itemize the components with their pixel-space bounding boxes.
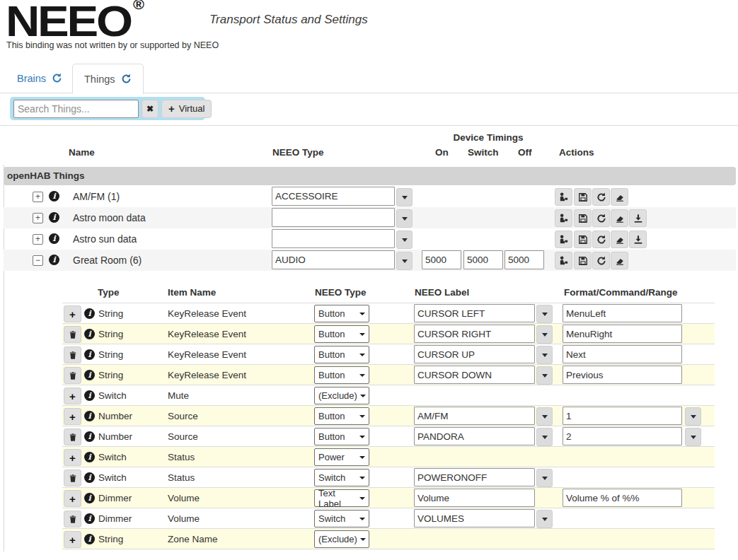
neeo-type-select[interactable]: Button: [314, 325, 369, 343]
clear-search-button[interactable]: ✖: [142, 100, 158, 118]
neeo-label-input[interactable]: [414, 366, 535, 384]
info-icon[interactable]: i: [84, 349, 95, 360]
label-dropdown-button[interactable]: [536, 510, 553, 528]
neeo-type-select[interactable]: Button: [314, 407, 369, 425]
save-icon[interactable]: [574, 209, 592, 227]
label-dropdown-button[interactable]: [536, 325, 553, 344]
delete-channel-button[interactable]: [64, 326, 81, 343]
type-dropdown-button[interactable]: [396, 209, 413, 228]
add-virtual-button[interactable]: + Virtual: [161, 100, 212, 118]
format-input[interactable]: [563, 345, 682, 363]
label-dropdown-button[interactable]: [536, 407, 553, 426]
add-channel-button[interactable]: +: [64, 387, 81, 404]
info-icon[interactable]: i: [84, 493, 95, 503]
refresh-icon[interactable]: [121, 74, 132, 84]
label-dropdown-button[interactable]: [536, 428, 553, 446]
neeo-type-select[interactable]: Switch: [314, 469, 369, 486]
type-dropdown-button[interactable]: [396, 188, 413, 206]
neeo-type-select[interactable]: Switch: [314, 510, 369, 527]
neeo-label-input[interactable]: [414, 509, 535, 527]
info-icon[interactable]: i: [84, 308, 95, 319]
add-channel-button[interactable]: +: [64, 305, 81, 322]
tab-things[interactable]: Things: [72, 64, 144, 94]
format-input[interactable]: [563, 489, 682, 507]
delete-channel-button[interactable]: [64, 346, 81, 363]
info-icon[interactable]: i: [49, 191, 59, 202]
info-icon[interactable]: i: [84, 370, 95, 380]
refresh-icon[interactable]: [592, 231, 610, 248]
info-icon[interactable]: i: [84, 329, 95, 339]
format-input[interactable]: [563, 304, 682, 322]
format-input[interactable]: [563, 407, 682, 425]
save-icon[interactable]: [574, 231, 592, 248]
info-icon[interactable]: i: [84, 431, 95, 442]
pair-device-button[interactable]: [555, 252, 572, 269]
refresh-icon[interactable]: [592, 252, 610, 269]
info-icon[interactable]: i: [49, 233, 59, 244]
neeo-type-select[interactable]: Button: [314, 428, 369, 445]
neeo-type-input[interactable]: [272, 229, 395, 248]
add-channel-button[interactable]: +: [64, 408, 81, 425]
neeo-type-select[interactable]: Button: [314, 346, 369, 363]
pair-device-button[interactable]: [555, 188, 572, 206]
add-channel-button[interactable]: +: [64, 449, 81, 466]
refresh-icon[interactable]: [592, 188, 610, 206]
save-icon[interactable]: [574, 252, 592, 269]
neeo-label-input[interactable]: [414, 407, 535, 425]
neeo-type-select[interactable]: Text Label: [314, 489, 369, 507]
format-input[interactable]: [563, 427, 682, 445]
type-dropdown-button[interactable]: [396, 231, 413, 249]
delete-channel-button[interactable]: [64, 428, 81, 445]
pair-device-button[interactable]: [555, 231, 572, 248]
pair-device-button[interactable]: [555, 209, 572, 227]
label-dropdown-button[interactable]: [536, 346, 553, 364]
search-input[interactable]: [13, 100, 139, 118]
neeo-type-select[interactable]: Button: [314, 366, 369, 384]
neeo-type-input[interactable]: [272, 250, 395, 269]
refresh-icon[interactable]: [592, 209, 610, 227]
neeo-label-input[interactable]: [414, 325, 535, 343]
info-icon[interactable]: i: [84, 534, 95, 544]
eraser-icon[interactable]: [611, 231, 628, 248]
neeo-type-select[interactable]: Power: [314, 448, 369, 466]
timing-switch-input[interactable]: [463, 250, 503, 269]
neeo-label-input[interactable]: [414, 345, 535, 363]
download-icon[interactable]: [629, 231, 647, 248]
info-icon[interactable]: i: [84, 390, 95, 401]
label-dropdown-button[interactable]: [536, 469, 553, 487]
info-icon[interactable]: i: [84, 472, 95, 483]
delete-channel-button[interactable]: [64, 469, 81, 486]
delete-channel-button[interactable]: [64, 511, 81, 527]
neeo-type-input[interactable]: [272, 187, 395, 206]
expand-icon[interactable]: +: [33, 213, 43, 223]
expand-icon[interactable]: +: [33, 192, 43, 202]
neeo-type-input[interactable]: [272, 208, 395, 227]
add-channel-button[interactable]: +: [64, 531, 81, 548]
save-icon[interactable]: [574, 188, 592, 206]
neeo-label-input[interactable]: [414, 489, 535, 507]
tab-brains[interactable]: Brains: [6, 64, 74, 92]
type-dropdown-button[interactable]: [396, 252, 413, 270]
format-input[interactable]: [563, 366, 682, 384]
neeo-label-input[interactable]: [414, 304, 535, 322]
refresh-icon[interactable]: [52, 73, 62, 83]
neeo-label-input[interactable]: [414, 427, 535, 445]
expand-icon[interactable]: +: [33, 234, 43, 245]
neeo-type-select[interactable]: Button: [314, 305, 369, 322]
download-icon[interactable]: [629, 209, 647, 227]
timing-off-input[interactable]: [505, 250, 544, 269]
info-icon[interactable]: i: [84, 452, 95, 462]
info-icon[interactable]: i: [49, 212, 59, 223]
timing-on-input[interactable]: [422, 250, 461, 269]
delete-channel-button[interactable]: [64, 367, 81, 384]
add-channel-button[interactable]: +: [64, 490, 81, 507]
neeo-label-input[interactable]: [414, 468, 535, 486]
info-icon[interactable]: i: [49, 255, 59, 265]
info-icon[interactable]: i: [84, 513, 95, 524]
neeo-type-select[interactable]: (Exclude): [314, 530, 369, 548]
eraser-icon[interactable]: [611, 252, 628, 269]
label-dropdown-button[interactable]: [536, 305, 553, 323]
neeo-type-select[interactable]: (Exclude): [314, 387, 369, 404]
eraser-icon[interactable]: [611, 188, 628, 206]
label-dropdown-button[interactable]: [536, 366, 553, 385]
